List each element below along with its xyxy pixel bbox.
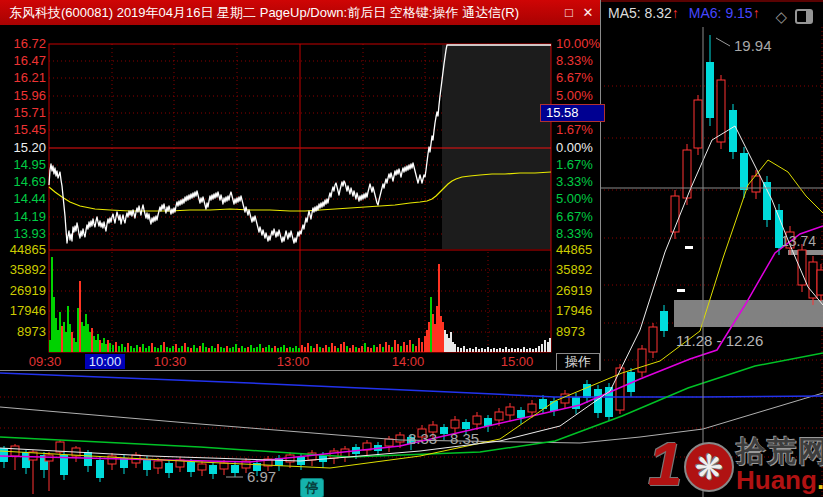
volume-bar: [538, 346, 540, 352]
bg-candle-down: [440, 427, 448, 434]
volume-bar: [166, 347, 168, 352]
ma-indicator-bar: MA5: 8.32↑MA6: 9.15↑ ◇: [600, 0, 823, 25]
volume-bar: [160, 345, 162, 352]
bg-candle-down: [462, 422, 470, 429]
volume-bar: [444, 330, 446, 352]
pct-axis-label: 3.33%: [556, 174, 593, 189]
volume-bar: [412, 344, 414, 352]
volume-bar: [193, 345, 195, 352]
intraday-popup-window: 东风科技(600081) 2019年04月16日 星期二 PageUp/Down…: [0, 0, 601, 371]
bg-candle-down: [660, 311, 668, 331]
volume-bar: [53, 297, 55, 352]
bg-candle-up: [638, 349, 646, 372]
bg-candle-up: [385, 439, 393, 446]
volume-bar: [67, 306, 69, 352]
volume-bar: [190, 348, 192, 352]
bg-candle-down: [96, 460, 104, 478]
volume-bar: [271, 348, 273, 352]
volume-bar: [388, 345, 390, 352]
volume-bar: [202, 343, 204, 352]
price-annotation: 19.94: [734, 37, 772, 54]
watermark: 1❋ 拾荒网 Huang.CN: [648, 436, 823, 496]
maximize-button[interactable]: □: [560, 0, 578, 25]
volume-bar: [440, 316, 442, 352]
price-axis-label: 13.93: [13, 226, 46, 241]
volume-bar: [107, 340, 109, 352]
price-annotation: 8.35: [450, 430, 479, 447]
diamond-tool-icon[interactable]: ◇: [775, 5, 787, 28]
volume-bar: [361, 346, 363, 352]
volume-bar: [196, 348, 198, 352]
volume-bar: [373, 345, 375, 352]
volume-bar: [226, 346, 228, 352]
action-menu-button[interactable]: 操作: [556, 353, 600, 371]
volume-bar: [319, 347, 321, 352]
volume-bar: [517, 348, 519, 352]
volume-bar: [274, 346, 276, 352]
volume-bar: [436, 306, 438, 352]
volume-bar: [343, 342, 345, 352]
bg-candle-up: [154, 461, 162, 468]
volume-bar: [409, 340, 411, 352]
volume-bar: [118, 346, 120, 352]
volume-bar: [268, 345, 270, 352]
volume-bar: [175, 344, 177, 352]
volume-bar: [73, 338, 75, 352]
volume-bar: [178, 348, 180, 352]
volume-bar: [163, 342, 165, 352]
intraday-chart-svg[interactable]: 16.7216.4716.2115.9615.7115.4515.2014.95…: [0, 25, 600, 370]
bg-candle-down: [187, 462, 195, 472]
volume-bar: [55, 318, 57, 352]
bg-candle-up: [528, 404, 536, 412]
bg-candle-up: [495, 412, 503, 420]
volume-bar: [367, 347, 369, 352]
volume-bar: [87, 324, 89, 352]
volume-bar: [355, 347, 357, 352]
volume-bar: [331, 343, 333, 352]
volume-bar: [438, 264, 440, 352]
volume-bar: [124, 347, 126, 352]
volume-bar: [547, 342, 549, 352]
price-axis-label: 15.20: [13, 140, 46, 155]
volume-bar: [394, 340, 396, 352]
volume-bar: [292, 348, 294, 352]
volume-bar: [322, 348, 324, 352]
volume-bar: [301, 345, 303, 352]
current-price-tag: 15.58: [540, 104, 605, 122]
price-axis-label: 16.47: [13, 53, 46, 68]
bg-candle-up: [506, 407, 514, 415]
ma5-up-arrow-icon: ↑: [672, 5, 679, 21]
volume-bar: [235, 344, 237, 352]
pct-axis-label: 5.00%: [556, 191, 593, 206]
popup-title-bar[interactable]: 东风科技(600081) 2019年04月16日 星期二 PageUp/Down…: [0, 0, 600, 25]
price-annotation: 13.74: [781, 233, 816, 249]
volume-bar: [514, 349, 516, 352]
bg-candle-down: [517, 410, 525, 418]
volume-bar: [307, 343, 309, 352]
pct-axis-label: 1.67%: [556, 122, 593, 137]
volume-bar: [295, 346, 297, 352]
volume-bar: [97, 334, 99, 352]
volume-bar: [101, 343, 103, 352]
volume-bar: [352, 345, 354, 352]
volume-bar: [71, 332, 73, 352]
pct-axis-label: 1.67%: [556, 157, 593, 172]
bg-candle-up: [220, 463, 228, 469]
bg-candle-down: [729, 110, 737, 152]
bg-candle-down: [231, 465, 239, 473]
volume-bar: [415, 346, 417, 352]
volume-bar: [526, 349, 528, 352]
volume-bar: [247, 347, 249, 352]
volume-bar: [244, 348, 246, 352]
volume-bar: [397, 344, 399, 352]
split-window-icon[interactable]: [795, 9, 813, 24]
bg-candle-up: [451, 420, 459, 428]
volume-bar: [325, 345, 327, 352]
volume-bar: [382, 347, 384, 352]
close-button[interactable]: ✕: [579, 0, 597, 25]
price-axis-label: 14.69: [13, 174, 46, 189]
band-range-label: 11.28 - 12.26: [676, 332, 763, 349]
bg-candle-up: [11, 446, 19, 456]
volume-bar: [406, 345, 408, 352]
volume-bar: [95, 340, 97, 352]
